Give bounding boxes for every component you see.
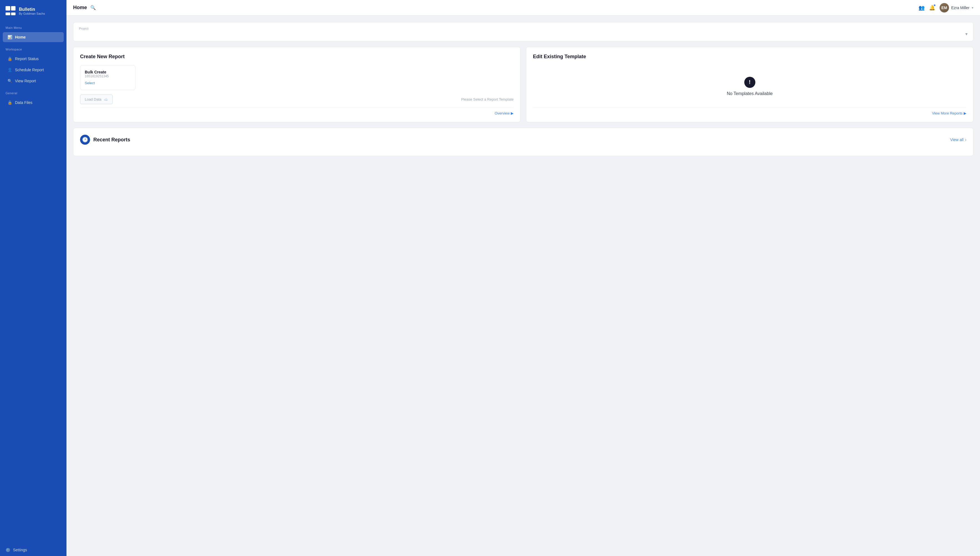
load-data-label: Load Data [85, 97, 102, 102]
sidebar-item-home[interactable]: 📊 Home [3, 32, 64, 42]
page-title: Home [73, 5, 87, 11]
gear-icon: ⚙️ [6, 548, 10, 552]
arrow-right-icon: ▶ [964, 111, 966, 115]
main-menu-label: Main Menu [0, 21, 66, 32]
edit-template-panel: Edit Existing Template ! No Templates Av… [526, 47, 974, 122]
sidebar-item-label: Schedule Report [15, 68, 44, 72]
workspace-label: Workspace [0, 43, 66, 53]
header-actions: 👥 🔔 EM Ezra Miller ▾ [919, 3, 974, 13]
logo-icon [6, 6, 16, 16]
logo-cell [11, 6, 16, 11]
template-hint: Please Select a Report Template [461, 97, 514, 102]
people-icon[interactable]: 👥 [919, 5, 925, 11]
create-report-title: Create New Report [80, 54, 514, 60]
info-icon: ! [744, 77, 755, 88]
user-menu[interactable]: EM Ezra Miller ▾ [940, 3, 974, 13]
logo-cell [11, 13, 16, 15]
view-more-label: View More Reports [932, 111, 962, 115]
main-panels: Create New Report Bulk Create 1651819251… [73, 47, 974, 122]
app-subtitle: By Goldman Sachs [19, 12, 45, 15]
settings-item[interactable]: ⚙️ Settings [0, 544, 66, 556]
chevron-down-icon: ▾ [972, 6, 974, 10]
avatar: EM [940, 3, 949, 13]
view-all-link[interactable]: View all › [950, 137, 966, 142]
lock-icon: 🔒 [7, 57, 12, 61]
no-templates-text: No Templates Available [727, 91, 773, 96]
project-label: Project [79, 27, 967, 30]
cloud-icon: ☁️ [103, 97, 108, 102]
recent-reports-card: 🕐 Recent Reports View all › [73, 128, 974, 156]
search-icon[interactable]: 🔍 [90, 5, 96, 10]
app-logo: Bulletin By Goldman Sachs [0, 0, 66, 21]
template-name: Bulk Create [85, 70, 131, 74]
sidebar-item-schedule-report[interactable]: 👤 Schedule Report [3, 65, 64, 75]
view-more-reports-link[interactable]: View More Reports ▶ [932, 111, 966, 115]
sidebar-item-label: Report Status [15, 57, 39, 61]
notifications-icon[interactable]: 🔔 [929, 5, 935, 11]
arrow-right-icon: ▶ [511, 111, 514, 115]
sidebar-item-report-status[interactable]: 🔒 Report Status [3, 54, 64, 64]
view-all-label: View all [950, 137, 963, 142]
sidebar-item-label: Home [15, 35, 26, 39]
arrow-right-icon: › [965, 137, 966, 142]
sidebar-item-data-files[interactable]: 🔒 Data Files [3, 97, 64, 108]
logo-cell [6, 13, 10, 15]
template-select-link[interactable]: Select [85, 81, 95, 85]
no-templates-area: ! No Templates Available [533, 65, 966, 108]
clock-icon: 🕐 [80, 135, 90, 145]
recent-reports-header: 🕐 Recent Reports View all › [80, 135, 966, 145]
sidebar-item-label: View Report [15, 79, 36, 83]
content-area: Project ▾ Create New Report Bulk Create … [66, 16, 980, 556]
load-data-button[interactable]: Load Data ☁️ [80, 95, 113, 104]
overview-link[interactable]: Overview ▶ [495, 111, 514, 115]
username-label: Ezra Miller [951, 6, 969, 10]
header: Home 🔍 👥 🔔 EM Ezra Miller ▾ [66, 0, 980, 16]
settings-label: Settings [13, 548, 27, 552]
person-icon: 👤 [7, 68, 12, 72]
chevron-down-icon: ▾ [965, 31, 967, 37]
sidebar-item-label: Data Files [15, 100, 32, 105]
template-card[interactable]: Bulk Create 1651819251345 Select [80, 65, 135, 90]
bar-chart-icon: 📊 [7, 35, 12, 39]
logo-cell [6, 6, 10, 11]
main-area: Home 🔍 👥 🔔 EM Ezra Miller ▾ Project ▾ [66, 0, 980, 556]
create-report-panel: Create New Report Bulk Create 1651819251… [73, 47, 521, 122]
general-label: General [0, 86, 66, 97]
project-select[interactable]: ▾ [79, 31, 967, 37]
recent-title-group: 🕐 Recent Reports [80, 135, 130, 145]
template-id: 1651819251345 [85, 74, 131, 78]
app-name-block: Bulletin By Goldman Sachs [19, 7, 45, 15]
sidebar-item-view-report[interactable]: 🔍 View Report [3, 76, 64, 86]
project-card: Project ▾ [73, 22, 974, 41]
edit-template-title: Edit Existing Template [533, 54, 966, 60]
sidebar: Bulletin By Goldman Sachs Main Menu 📊 Ho… [0, 0, 66, 556]
app-title: Bulletin [19, 7, 45, 12]
search-icon: 🔍 [7, 79, 12, 83]
create-report-footer: Load Data ☁️ Please Select a Report Temp… [80, 90, 514, 104]
overview-link-label: Overview [495, 111, 510, 115]
recent-reports-title: Recent Reports [93, 137, 130, 143]
notification-badge [933, 4, 936, 6]
lock-icon: 🔒 [7, 100, 12, 105]
